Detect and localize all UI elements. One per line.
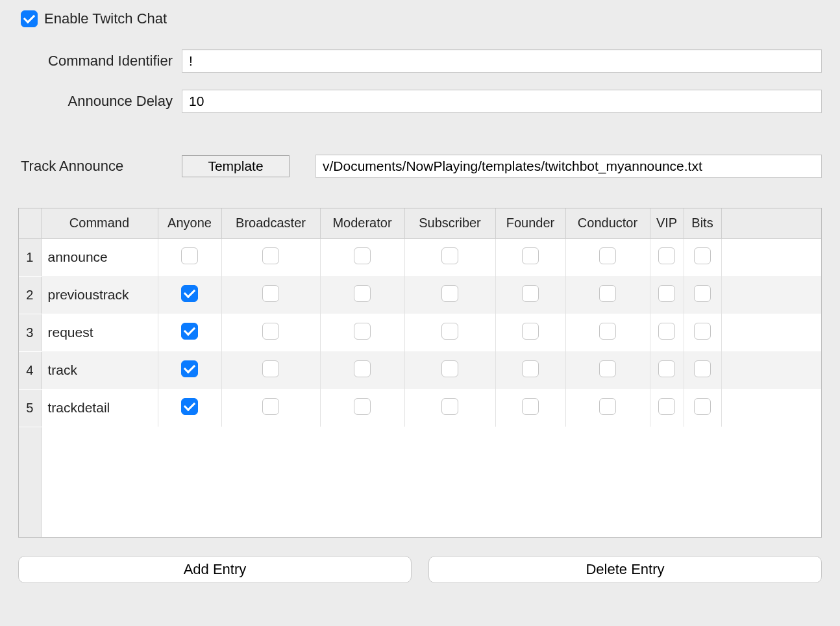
moderator-checkbox[interactable] xyxy=(354,360,371,377)
anyone-checkbox[interactable] xyxy=(181,247,198,264)
broadcaster-checkbox[interactable] xyxy=(262,247,279,264)
conductor-cell[interactable] xyxy=(565,314,650,351)
table-header-founder[interactable]: Founder xyxy=(495,208,565,238)
subscriber-checkbox[interactable] xyxy=(441,247,458,264)
conductor-checkbox[interactable] xyxy=(599,323,616,340)
broadcaster-cell[interactable] xyxy=(221,238,320,276)
anyone-cell[interactable] xyxy=(158,389,221,427)
subscriber-checkbox[interactable] xyxy=(441,398,458,415)
vip-cell[interactable] xyxy=(650,314,684,351)
table-row[interactable]: 1announce xyxy=(19,238,821,276)
conductor-cell[interactable] xyxy=(565,389,650,427)
table-row[interactable]: 5trackdetail xyxy=(19,389,821,427)
command-cell[interactable]: previoustrack xyxy=(41,276,158,314)
conductor-checkbox[interactable] xyxy=(599,360,616,377)
anyone-checkbox[interactable] xyxy=(181,285,198,302)
founder-checkbox[interactable] xyxy=(522,285,539,302)
add-entry-button[interactable]: Add Entry xyxy=(18,556,412,583)
table-header-broadcaster[interactable]: Broadcaster xyxy=(221,208,320,238)
founder-checkbox[interactable] xyxy=(522,398,539,415)
moderator-cell[interactable] xyxy=(320,314,404,351)
bits-checkbox[interactable] xyxy=(694,323,711,340)
founder-checkbox[interactable] xyxy=(522,247,539,264)
table-header-command[interactable]: Command xyxy=(41,208,158,238)
template-path-input[interactable] xyxy=(315,155,822,178)
anyone-cell[interactable] xyxy=(158,314,221,351)
bits-cell[interactable] xyxy=(684,351,721,389)
broadcaster-cell[interactable] xyxy=(221,389,320,427)
command-identifier-input[interactable] xyxy=(182,49,822,73)
anyone-cell[interactable] xyxy=(158,351,221,389)
broadcaster-checkbox[interactable] xyxy=(262,398,279,415)
announce-delay-input[interactable] xyxy=(182,90,822,113)
subscriber-checkbox[interactable] xyxy=(441,323,458,340)
conductor-checkbox[interactable] xyxy=(599,285,616,302)
anyone-checkbox[interactable] xyxy=(181,360,198,377)
vip-checkbox[interactable] xyxy=(658,285,675,302)
subscriber-cell[interactable] xyxy=(404,276,495,314)
anyone-checkbox[interactable] xyxy=(181,323,198,340)
table-header-vip[interactable]: VIP xyxy=(650,208,684,238)
founder-cell[interactable] xyxy=(495,389,565,427)
commands-table[interactable]: Command Anyone Broadcaster Moderator Sub… xyxy=(18,208,822,538)
template-button[interactable]: Template xyxy=(182,155,290,177)
founder-cell[interactable] xyxy=(495,276,565,314)
broadcaster-checkbox[interactable] xyxy=(262,323,279,340)
vip-checkbox[interactable] xyxy=(658,247,675,264)
command-cell[interactable]: request xyxy=(41,314,158,351)
vip-checkbox[interactable] xyxy=(658,398,675,415)
conductor-checkbox[interactable] xyxy=(599,247,616,264)
table-header-conductor[interactable]: Conductor xyxy=(565,208,650,238)
broadcaster-checkbox[interactable] xyxy=(262,360,279,377)
broadcaster-cell[interactable] xyxy=(221,314,320,351)
vip-cell[interactable] xyxy=(650,351,684,389)
subscriber-checkbox[interactable] xyxy=(441,285,458,302)
subscriber-cell[interactable] xyxy=(404,238,495,276)
conductor-cell[interactable] xyxy=(565,351,650,389)
moderator-checkbox[interactable] xyxy=(354,247,371,264)
command-cell[interactable]: track xyxy=(41,351,158,389)
table-header-bits[interactable]: Bits xyxy=(684,208,721,238)
delete-entry-button[interactable]: Delete Entry xyxy=(428,556,822,583)
broadcaster-cell[interactable] xyxy=(221,276,320,314)
moderator-cell[interactable] xyxy=(320,276,404,314)
bits-checkbox[interactable] xyxy=(694,398,711,415)
bits-checkbox[interactable] xyxy=(694,247,711,264)
command-cell[interactable]: trackdetail xyxy=(41,389,158,427)
moderator-cell[interactable] xyxy=(320,351,404,389)
bits-checkbox[interactable] xyxy=(694,285,711,302)
founder-checkbox[interactable] xyxy=(522,360,539,377)
table-header-subscriber[interactable]: Subscriber xyxy=(404,208,495,238)
founder-cell[interactable] xyxy=(495,238,565,276)
subscriber-cell[interactable] xyxy=(404,314,495,351)
bits-checkbox[interactable] xyxy=(694,360,711,377)
moderator-cell[interactable] xyxy=(320,238,404,276)
bits-cell[interactable] xyxy=(684,238,721,276)
enable-twitch-chat-checkbox[interactable] xyxy=(21,10,38,27)
vip-cell[interactable] xyxy=(650,389,684,427)
bits-cell[interactable] xyxy=(684,276,721,314)
founder-checkbox[interactable] xyxy=(522,323,539,340)
anyone-cell[interactable] xyxy=(158,238,221,276)
bits-cell[interactable] xyxy=(684,314,721,351)
founder-cell[interactable] xyxy=(495,351,565,389)
moderator-checkbox[interactable] xyxy=(354,323,371,340)
anyone-checkbox[interactable] xyxy=(181,398,198,415)
table-row[interactable]: 4track xyxy=(19,351,821,389)
broadcaster-cell[interactable] xyxy=(221,351,320,389)
anyone-cell[interactable] xyxy=(158,276,221,314)
command-cell[interactable]: announce xyxy=(41,238,158,276)
bits-cell[interactable] xyxy=(684,389,721,427)
vip-checkbox[interactable] xyxy=(658,323,675,340)
conductor-cell[interactable] xyxy=(565,276,650,314)
conductor-checkbox[interactable] xyxy=(599,398,616,415)
subscriber-cell[interactable] xyxy=(404,351,495,389)
subscriber-checkbox[interactable] xyxy=(441,360,458,377)
vip-cell[interactable] xyxy=(650,238,684,276)
moderator-cell[interactable] xyxy=(320,389,404,427)
founder-cell[interactable] xyxy=(495,314,565,351)
conductor-cell[interactable] xyxy=(565,238,650,276)
broadcaster-checkbox[interactable] xyxy=(262,285,279,302)
table-header-anyone[interactable]: Anyone xyxy=(158,208,221,238)
vip-checkbox[interactable] xyxy=(658,360,675,377)
